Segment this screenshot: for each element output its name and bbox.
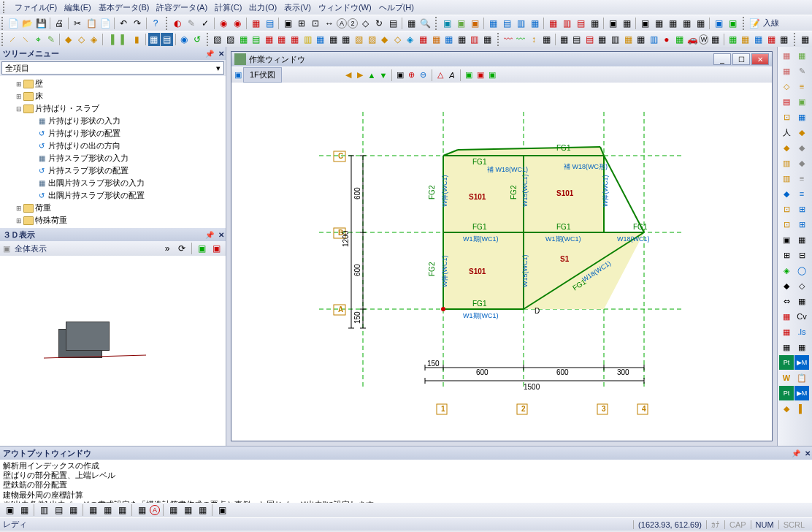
- tool-icon[interactable]: ▣: [395, 70, 405, 80]
- tool-icon[interactable]: ▤: [161, 33, 173, 46]
- tool-icon[interactable]: ▣: [281, 17, 294, 30]
- tool-icon[interactable]: ⊞: [295, 17, 308, 30]
- tool-icon[interactable]: ◆: [794, 140, 809, 155]
- arrow-right-icon[interactable]: ▶: [355, 70, 365, 80]
- tool-icon[interactable]: ▥: [779, 171, 794, 186]
- tool-icon[interactable]: 人: [779, 125, 794, 140]
- undo-icon[interactable]: ↶: [117, 17, 130, 30]
- tool-icon[interactable]: ▣: [794, 94, 809, 109]
- tool-icon[interactable]: ⊕: [407, 70, 417, 80]
- tool-icon[interactable]: ◈: [779, 263, 794, 278]
- tool-icon[interactable]: ▦: [558, 33, 570, 46]
- arrow-down-icon[interactable]: ▼: [378, 70, 388, 80]
- tool-icon[interactable]: ◉: [231, 17, 244, 30]
- save-icon[interactable]: 💾: [34, 17, 47, 30]
- tree-node[interactable]: ▦片持スラブ形状の入力: [1, 152, 224, 164]
- tool-icon[interactable]: ▦: [794, 294, 809, 308]
- tool-icon[interactable]: ▦: [181, 503, 194, 517]
- tool-icon[interactable]: ↕: [528, 33, 540, 46]
- tool-icon[interactable]: ≡: [794, 79, 809, 94]
- tool-icon[interactable]: ✎: [185, 17, 198, 30]
- maximize-button[interactable]: ☐: [732, 53, 750, 65]
- tool-icon[interactable]: ▤: [583, 33, 596, 46]
- tool-icon[interactable]: ▌: [794, 401, 809, 416]
- tool-icon[interactable]: ▐: [105, 33, 118, 46]
- expand-icon[interactable]: ⊞: [15, 217, 23, 224]
- tool-icon[interactable]: ▣: [606, 17, 619, 30]
- tool-icon[interactable]: ⊡: [779, 110, 794, 124]
- tool-icon[interactable]: ▦: [752, 33, 765, 46]
- tool-icon[interactable]: .ls: [794, 324, 809, 339]
- tool-icon[interactable]: ▦: [799, 33, 811, 46]
- tool-icon[interactable]: ▦: [779, 64, 794, 78]
- tool-icon[interactable]: ▦: [779, 340, 794, 354]
- tool-icon[interactable]: 🚗: [686, 33, 699, 46]
- tree-node[interactable]: ⊞特殊荷重: [1, 214, 224, 227]
- tool-icon[interactable]: ◇: [75, 33, 88, 46]
- tool-icon[interactable]: ◉: [178, 33, 191, 46]
- tool-icon[interactable]: △: [435, 70, 445, 80]
- tool-icon[interactable]: ▣: [638, 17, 651, 30]
- tool-icon[interactable]: ▦: [597, 33, 609, 46]
- tool-icon[interactable]: ⊞: [779, 248, 794, 262]
- tree-combo[interactable]: 全項目 ▾: [1, 61, 224, 75]
- tool-icon[interactable]: ▥: [779, 156, 794, 170]
- tool-icon[interactable]: ▌: [118, 33, 130, 46]
- tool-icon[interactable]: ▤: [500, 17, 513, 30]
- tool-icon[interactable]: ▤: [263, 17, 276, 30]
- help-icon[interactable]: ?: [149, 17, 162, 30]
- tool-icon[interactable]: ▥: [648, 33, 660, 46]
- collapse-icon[interactable]: ⊟: [15, 105, 23, 113]
- tool-icon[interactable]: ⊡: [779, 217, 794, 232]
- tool-icon[interactable]: ▦: [486, 17, 499, 30]
- tool-icon[interactable]: ▥: [560, 17, 573, 30]
- tool-icon[interactable]: ▦: [652, 17, 665, 30]
- close-icon[interactable]: ✕: [805, 449, 811, 457]
- drawing-canvas[interactable]: C B A 1 2 3 4: [231, 83, 772, 441]
- expand-icon[interactable]: ⊞: [15, 93, 23, 100]
- tool-icon[interactable]: ◆: [794, 125, 809, 140]
- tool-icon[interactable]: 📋: [794, 370, 809, 385]
- tool-icon[interactable]: ▥: [514, 17, 527, 30]
- tool-icon[interactable]: ▣: [3, 503, 16, 517]
- new-icon[interactable]: 📄: [7, 17, 20, 30]
- tool-icon[interactable]: ▦: [694, 17, 707, 30]
- tool-icon[interactable]: ⊡: [309, 17, 322, 30]
- tool-icon[interactable]: ◇: [391, 33, 404, 46]
- tool-icon[interactable]: ▦: [263, 33, 275, 46]
- tool-icon[interactable]: ▦: [430, 33, 443, 46]
- pin-icon[interactable]: 📌: [792, 449, 800, 457]
- menu-window[interactable]: ウィンドウ(W): [315, 1, 375, 15]
- tree-node[interactable]: ↺出隅片持スラブ形状の配置: [1, 189, 224, 202]
- tool-icon[interactable]: ▦: [727, 33, 739, 46]
- tool-icon[interactable]: ◐: [171, 17, 184, 30]
- tool-icon[interactable]: ▣: [195, 242, 208, 255]
- tool-icon[interactable]: ▦: [540, 33, 553, 46]
- tool-icon[interactable]: ▶M: [794, 386, 809, 400]
- tool-icon[interactable]: ▦: [101, 503, 114, 517]
- tool-icon[interactable]: ▦: [779, 48, 794, 63]
- tool-icon[interactable]: ▦: [166, 503, 180, 517]
- tool-icon[interactable]: ▦: [680, 17, 693, 30]
- tool-icon[interactable]: ◆: [62, 33, 74, 46]
- tool-icon[interactable]: ▦: [778, 33, 790, 46]
- tool-icon[interactable]: ▦: [481, 33, 494, 46]
- tool-icon[interactable]: ▦: [620, 17, 633, 30]
- tool-icon[interactable]: ▦: [417, 33, 429, 46]
- tool-icon[interactable]: »: [161, 242, 174, 255]
- tool-icon[interactable]: ▧: [353, 33, 365, 46]
- tool-icon[interactable]: ▨: [224, 33, 237, 46]
- tool-icon[interactable]: ◈: [405, 33, 417, 46]
- tool-icon[interactable]: ◯: [794, 263, 809, 278]
- paste-icon[interactable]: 📄: [99, 17, 112, 30]
- pin-icon[interactable]: 📌: [205, 231, 214, 239]
- tool-icon[interactable]: ≡: [794, 171, 809, 186]
- tool-icon[interactable]: ✎: [794, 64, 809, 78]
- tool-icon[interactable]: ▣: [779, 232, 794, 247]
- tool-icon[interactable]: ⟳: [175, 242, 188, 255]
- tree-node[interactable]: ⊞壁: [1, 77, 224, 90]
- tool-icon[interactable]: ▤: [52, 503, 65, 517]
- tool-icon[interactable]: ▶M: [794, 355, 809, 370]
- tool-icon[interactable]: ▣: [215, 503, 229, 517]
- tool-icon[interactable]: A: [447, 70, 457, 80]
